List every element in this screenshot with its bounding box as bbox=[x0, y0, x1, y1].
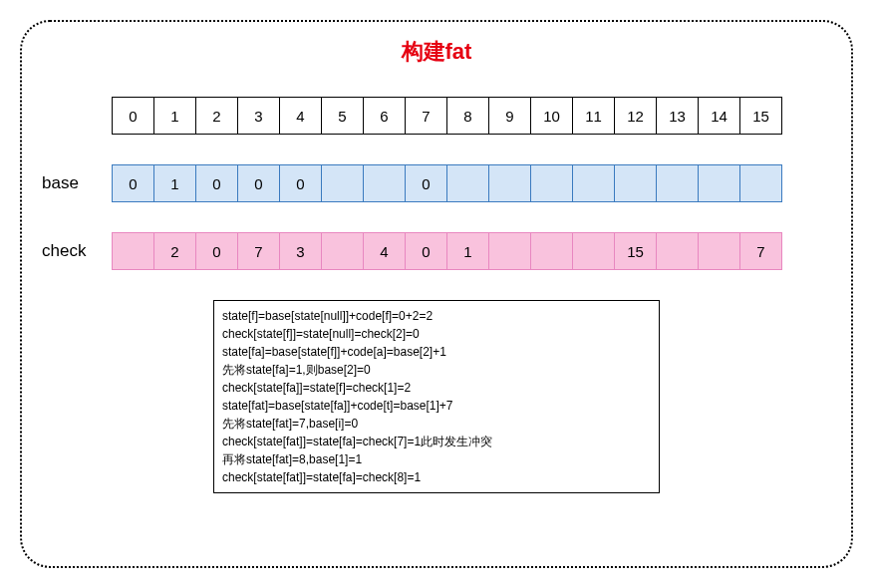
textbox-line: check[state[f]]=state[null]=check[2]=0 bbox=[222, 325, 651, 343]
check-label: check bbox=[42, 241, 112, 261]
array-cell bbox=[488, 164, 531, 202]
index-array: 0123456789101112131415 bbox=[112, 97, 782, 135]
array-cell bbox=[656, 232, 699, 270]
array-cell: 0 bbox=[405, 164, 447, 202]
array-cell: 0 bbox=[112, 97, 154, 135]
explanation-textbox: state[f]=base[state[null]]+code[f]=0+2=2… bbox=[213, 300, 660, 493]
array-cell: 0 bbox=[112, 164, 154, 202]
diagram-title: 构建fat bbox=[22, 37, 851, 67]
base-label: base bbox=[42, 173, 112, 193]
array-cell: 10 bbox=[530, 97, 573, 135]
base-row-wrapper: base 010000 bbox=[22, 164, 851, 202]
array-cell bbox=[572, 164, 615, 202]
textbox-line: 再将state[fat]=8,base[1]=1 bbox=[222, 450, 651, 468]
array-cell bbox=[488, 232, 531, 270]
array-cell: 4 bbox=[363, 232, 406, 270]
array-cell: 9 bbox=[488, 97, 531, 135]
textbox-line: state[f]=base[state[null]]+code[f]=0+2=2 bbox=[222, 307, 651, 325]
base-array: 010000 bbox=[112, 164, 782, 202]
check-array: 2073401157 bbox=[112, 232, 782, 270]
textbox-line: check[state[fat]]=state[fa]=check[7]=1此时… bbox=[222, 433, 651, 450]
array-cell bbox=[321, 232, 364, 270]
array-cell: 5 bbox=[321, 97, 364, 135]
diagram-container: 构建fat 0123456789101112131415 base 010000… bbox=[20, 20, 853, 568]
array-cell: 12 bbox=[614, 97, 657, 135]
array-cell bbox=[698, 232, 740, 270]
array-cell bbox=[656, 164, 699, 202]
array-cell: 14 bbox=[698, 97, 740, 135]
check-row-wrapper: check 2073401157 bbox=[22, 232, 851, 270]
array-cell bbox=[572, 232, 615, 270]
array-cell: 2 bbox=[153, 232, 196, 270]
array-cell: 13 bbox=[656, 97, 699, 135]
array-cell: 15 bbox=[739, 97, 782, 135]
array-cell: 2 bbox=[195, 97, 238, 135]
array-cell: 3 bbox=[237, 97, 280, 135]
array-cell bbox=[614, 164, 657, 202]
textbox-line: 先将state[fat]=7,base[i]=0 bbox=[222, 415, 651, 433]
array-cell: 1 bbox=[446, 232, 489, 270]
textbox-line: check[state[fat]]=state[fa]=check[8]=1 bbox=[222, 468, 651, 486]
array-cell: 0 bbox=[405, 232, 447, 270]
array-cell bbox=[530, 232, 573, 270]
array-cell: 7 bbox=[739, 232, 782, 270]
array-cell bbox=[698, 164, 740, 202]
array-cell: 7 bbox=[237, 232, 280, 270]
array-cell bbox=[321, 164, 364, 202]
array-cell: 8 bbox=[446, 97, 489, 135]
array-cell bbox=[112, 232, 154, 270]
array-cell: 0 bbox=[195, 164, 238, 202]
textbox-line: state[fa]=base[state[f]]+code[a]=base[2]… bbox=[222, 343, 651, 361]
array-cell: 0 bbox=[279, 164, 322, 202]
array-cell: 15 bbox=[614, 232, 657, 270]
array-cell: 7 bbox=[405, 97, 447, 135]
array-cell bbox=[530, 164, 573, 202]
array-cell bbox=[363, 164, 406, 202]
textbox-line: state[fat]=base[state[fa]]+code[t]=base[… bbox=[222, 397, 651, 415]
textbox-line: 先将state[fa]=1,则base[2]=0 bbox=[222, 361, 651, 379]
array-cell: 11 bbox=[572, 97, 615, 135]
array-cell: 3 bbox=[279, 232, 322, 270]
textbox-line: check[state[fa]]=state[f]=check[1]=2 bbox=[222, 379, 651, 397]
array-cell bbox=[739, 164, 782, 202]
array-cell: 0 bbox=[237, 164, 280, 202]
array-cell: 1 bbox=[153, 164, 196, 202]
index-row-wrapper: 0123456789101112131415 bbox=[22, 97, 851, 135]
array-cell: 0 bbox=[195, 232, 238, 270]
array-cell: 4 bbox=[279, 97, 322, 135]
array-cell: 1 bbox=[153, 97, 196, 135]
array-cell bbox=[446, 164, 489, 202]
array-cell: 6 bbox=[363, 97, 406, 135]
